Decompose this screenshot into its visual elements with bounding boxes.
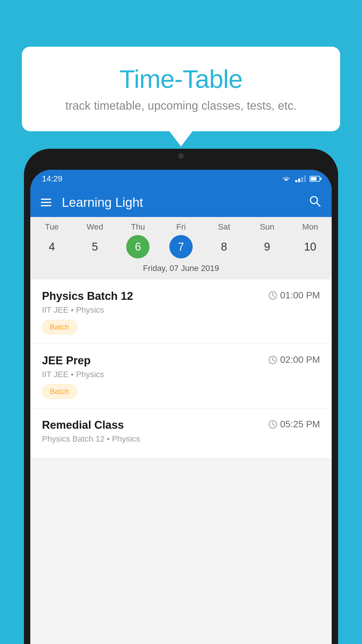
class-meta: IIT JEE • Physics — [42, 305, 320, 315]
status-time: 14:29 — [42, 174, 62, 183]
app-subtitle-bubble: track timetable, upcoming classes, tests… — [45, 99, 317, 112]
day-name-mon: Mon — [298, 222, 322, 232]
svg-line-7 — [273, 360, 275, 361]
class-meta: IIT JEE • Physics — [42, 370, 320, 379]
schedule-item-header: JEE Prep 02:00 PM — [42, 354, 320, 367]
day-number-4[interactable]: 4 — [40, 235, 64, 258]
day-number-10[interactable]: 10 — [298, 235, 322, 258]
phone-frame: 14:29 — [24, 149, 338, 644]
battery-fill — [311, 177, 317, 181]
speech-bubble: Time-Table track timetable, upcoming cla… — [22, 47, 340, 131]
phone-screen: 14:29 — [30, 170, 332, 644]
clock-icon — [268, 356, 277, 364]
front-camera — [178, 153, 184, 159]
class-time: 01:00 PM — [268, 290, 320, 301]
class-name: JEE Prep — [42, 354, 91, 367]
selected-date: Friday, 07 June 2019 — [30, 264, 332, 276]
clock-icon — [268, 420, 277, 429]
class-meta: Physics Batch 12 • Physics — [42, 434, 320, 444]
wifi-icon — [281, 175, 292, 183]
day-name-tue: Tue — [40, 222, 64, 232]
schedule-item-1[interactable]: JEE Prep 02:00 PM IIT JEE • Physics Batc… — [30, 344, 332, 408]
batch-tag: Batch — [42, 320, 77, 334]
day-name-wed: Wed — [83, 222, 107, 232]
day-number-6[interactable]: 6 — [126, 235, 150, 258]
status-bar: 14:29 — [30, 170, 332, 188]
class-time: 02:00 PM — [268, 354, 320, 365]
day-name-sat: Sat — [212, 222, 236, 232]
svg-line-1 — [317, 203, 320, 206]
class-time: 05:25 PM — [268, 419, 320, 430]
phone-notch — [164, 149, 198, 163]
day-name-fri: Fri — [169, 222, 193, 232]
svg-line-10 — [273, 424, 275, 426]
clock-icon — [268, 291, 277, 300]
batch-tag: Batch — [42, 384, 77, 399]
day-name-thu: Thu — [126, 222, 150, 232]
app-bar-title: Learning Light — [62, 195, 308, 210]
day-names-row: TueWedThuFriSatSunMon — [30, 222, 332, 232]
signal-icon — [295, 175, 306, 182]
day-number-7[interactable]: 7 — [169, 235, 193, 258]
calendar-strip: TueWedThuFriSatSunMon 45678910 Friday, 0… — [30, 217, 332, 279]
day-name-sun: Sun — [255, 222, 279, 232]
schedule-list: Physics Batch 12 01:00 PM IIT JEE • Phys… — [30, 279, 332, 459]
schedule-item-2[interactable]: Remedial Class 05:25 PM Physics Batch 12… — [30, 408, 332, 459]
day-number-9[interactable]: 9 — [255, 235, 279, 258]
battery-icon — [310, 176, 320, 182]
status-bar-icons — [281, 175, 320, 183]
day-number-5[interactable]: 5 — [83, 235, 107, 258]
schedule-item-header: Remedial Class 05:25 PM — [42, 419, 320, 431]
speech-bubble-container: Time-Table track timetable, upcoming cla… — [22, 47, 340, 131]
search-icon[interactable] — [308, 195, 321, 210]
class-name: Remedial Class — [42, 419, 124, 431]
app-bar: Learning Light — [30, 188, 332, 217]
svg-line-4 — [273, 295, 275, 297]
schedule-item-header: Physics Batch 12 01:00 PM — [42, 290, 320, 302]
day-numbers-row[interactable]: 45678910 — [30, 235, 332, 258]
hamburger-menu-icon[interactable] — [41, 199, 51, 206]
class-name: Physics Batch 12 — [42, 290, 133, 302]
schedule-item-0[interactable]: Physics Batch 12 01:00 PM IIT JEE • Phys… — [30, 279, 332, 344]
day-number-8[interactable]: 8 — [212, 235, 236, 258]
app-title-bubble: Time-Table — [45, 64, 317, 94]
